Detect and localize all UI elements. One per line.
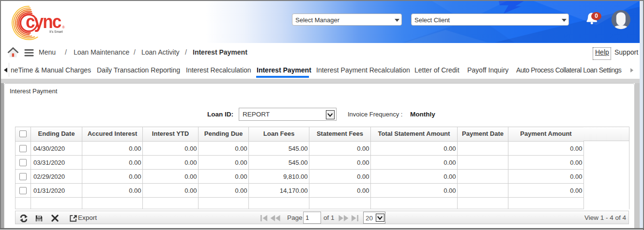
svg-text:cync: cync — [26, 12, 61, 32]
svg-text:®: ® — [62, 25, 65, 29]
svg-text:It's Smart: It's Smart — [49, 30, 63, 33]
